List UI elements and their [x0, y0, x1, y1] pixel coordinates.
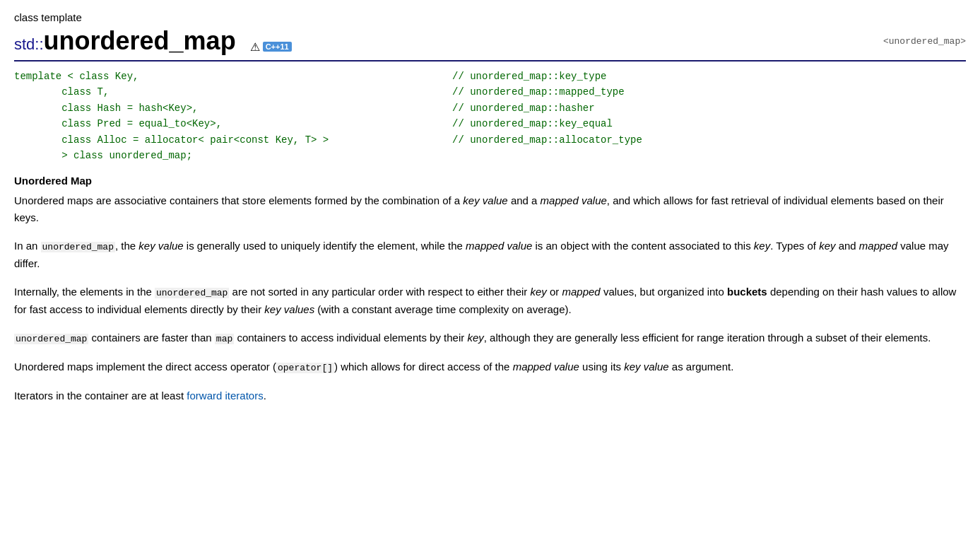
forward-iterators-link[interactable]: forward iterators: [187, 390, 263, 402]
code-left-3: class Hash = hash<Key>,: [14, 100, 452, 116]
cpp11-badge: C++11: [263, 42, 292, 52]
code-comment-5: // unordered_map::allocator_type: [452, 132, 966, 148]
breadcrumb: <unordered_map>: [883, 36, 966, 47]
section-title: Unordered Map: [14, 175, 966, 187]
code-comment-1: // unordered_map::key_type: [452, 69, 966, 84]
para-6-text: Iterators in the container are at least …: [14, 387, 966, 404]
paragraph-3: Internally, the elements in the unordere…: [14, 283, 966, 318]
code-left-2: class T,: [14, 84, 452, 100]
paragraph-2: In an unordered_map, the key value is ge…: [14, 238, 966, 272]
code-line-2: class T, // unordered_map::mapped_type: [14, 84, 966, 100]
title-row: std::unordered_map ⚠ C++11 <unordered_ma…: [14, 26, 966, 62]
code-left-6: > class unordered_map;: [14, 148, 452, 163]
para-2-text: In an unordered_map, the key value is ge…: [14, 238, 966, 272]
para-3-text: Internally, the elements in the unordere…: [14, 283, 966, 318]
main-title: std::unordered_map: [14, 26, 243, 55]
para-5-text: Unordered maps implement the direct acce…: [14, 358, 966, 376]
code-left-5: class Alloc = allocator< pair<const Key,…: [14, 132, 452, 148]
paragraph-1: Unordered maps are associative container…: [14, 192, 966, 226]
class-template-label: class template: [14, 11, 966, 23]
code-left-4: class Pred = equal_to<Key>,: [14, 116, 452, 131]
code-line-3: class Hash = hash<Key>, // unordered_map…: [14, 100, 966, 116]
paragraph-6: Iterators in the container are at least …: [14, 387, 966, 404]
code-line-1: template < class Key, // unordered_map::…: [14, 69, 966, 84]
code-block: template < class Key, // unordered_map::…: [14, 69, 966, 163]
para-1-text: Unordered maps are associative container…: [14, 192, 966, 226]
paragraph-4: unordered_map containers are faster than…: [14, 329, 966, 347]
code-comment-2: // unordered_map::mapped_type: [452, 84, 966, 100]
code-comment-6: [452, 148, 966, 163]
code-line-5: class Alloc = allocator< pair<const Key,…: [14, 132, 966, 148]
code-comment-4: // unordered_map::key_equal: [452, 116, 966, 131]
warning-icon: ⚠: [250, 40, 260, 54]
code-line-4: class Pred = equal_to<Key>, // unordered…: [14, 116, 966, 131]
paragraph-5: Unordered maps implement the direct acce…: [14, 358, 966, 376]
title-main-text: unordered_map: [44, 26, 236, 55]
badge-area: ⚠ C++11: [250, 40, 292, 54]
code-comment-3: // unordered_map::hasher: [452, 100, 966, 116]
code-left-1: template < class Key,: [14, 69, 452, 84]
main-title-container: std::unordered_map ⚠ C++11: [14, 26, 292, 56]
para-4-text: unordered_map containers are faster than…: [14, 329, 966, 347]
code-line-6: > class unordered_map;: [14, 148, 966, 163]
title-std-prefix: std::: [14, 35, 44, 53]
